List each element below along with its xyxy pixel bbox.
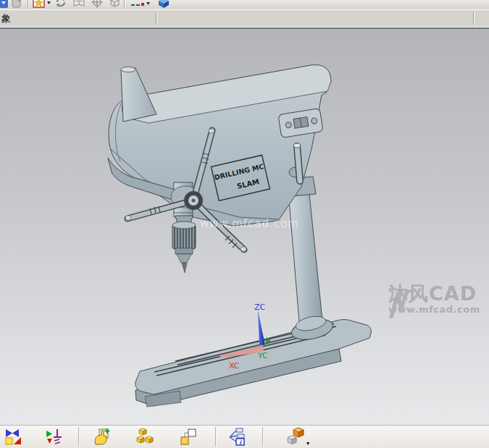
toolbar-separator (156, 12, 157, 25)
part-info-icon[interactable]: i (227, 427, 246, 446)
components-icon[interactable] (135, 427, 154, 446)
top-toolbar (0, 0, 489, 9)
toolbar-separator (473, 12, 475, 25)
toolbar-separator (124, 0, 125, 9)
dashed-line-icon[interactable] (129, 0, 151, 9)
cube-outline-icon[interactable] (108, 0, 121, 9)
touch-select-icon[interactable] (92, 427, 111, 446)
drill-press-model[interactable]: DRILLING MC SLAM (108, 65, 371, 407)
refresh-icon[interactable] (54, 0, 67, 9)
book-icon[interactable] (72, 0, 85, 9)
snap-point-icon[interactable] (4, 427, 22, 446)
wcs-x-label: XC (229, 361, 240, 371)
toolbar-options-arrow[interactable]: ▾ (306, 440, 309, 447)
wcs-y-label: YC (257, 351, 268, 360)
clipboard-icon[interactable] (10, 0, 23, 9)
selection-bar-label: 象 (1, 12, 11, 25)
toolbar-separator (215, 427, 217, 447)
star-filter-icon[interactable] (33, 0, 51, 9)
cad-application-window: 象 (0, 0, 489, 448)
shaded-cube-icon[interactable] (156, 0, 172, 9)
orient-constraint-icon[interactable] (44, 427, 63, 446)
viewport-3d[interactable]: DRILLING MC SLAM (0, 29, 489, 425)
assembly-cube-icon[interactable] (286, 427, 305, 446)
selection-bar[interactable]: 象 (0, 9, 489, 27)
mfcad-logo-icon (388, 284, 414, 318)
wcs-z-label: ZC (254, 303, 266, 312)
base-table (135, 320, 371, 407)
mfcad-logo: 沐风CAD www.mfcad.com (388, 284, 480, 314)
target-icon[interactable] (91, 0, 104, 9)
toolbar-separator (78, 427, 80, 447)
toolbar-separator (28, 0, 29, 9)
linked-squares-icon[interactable] (179, 427, 198, 446)
bottom-toolbar: i ▾ (0, 425, 489, 448)
wcs-z-arrow (258, 310, 264, 345)
toolbar-separator (262, 427, 264, 447)
graphics-viewport[interactable]: DRILLING MC SLAM (0, 29, 489, 425)
